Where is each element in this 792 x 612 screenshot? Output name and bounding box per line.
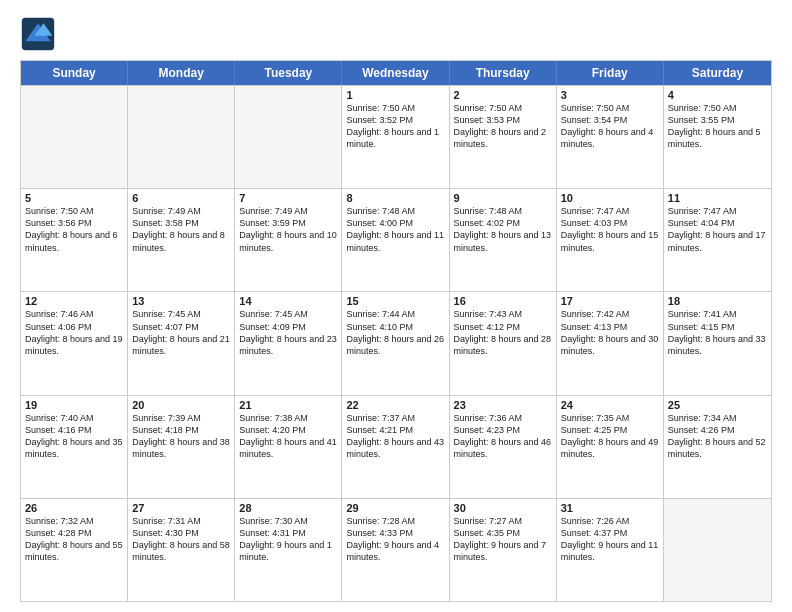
day-info: Sunrise: 7:50 AM Sunset: 3:54 PM Dayligh… — [561, 102, 659, 151]
day-info: Sunrise: 7:50 AM Sunset: 3:55 PM Dayligh… — [668, 102, 767, 151]
calendar-day-cell: 25Sunrise: 7:34 AM Sunset: 4:26 PM Dayli… — [664, 396, 771, 498]
calendar-empty-cell — [21, 86, 128, 188]
day-info: Sunrise: 7:44 AM Sunset: 4:10 PM Dayligh… — [346, 308, 444, 357]
day-info: Sunrise: 7:32 AM Sunset: 4:28 PM Dayligh… — [25, 515, 123, 564]
calendar-day-cell: 2Sunrise: 7:50 AM Sunset: 3:53 PM Daylig… — [450, 86, 557, 188]
day-info: Sunrise: 7:42 AM Sunset: 4:13 PM Dayligh… — [561, 308, 659, 357]
day-info: Sunrise: 7:28 AM Sunset: 4:33 PM Dayligh… — [346, 515, 444, 564]
calendar-week-row: 1Sunrise: 7:50 AM Sunset: 3:52 PM Daylig… — [21, 85, 771, 188]
calendar-day-cell: 19Sunrise: 7:40 AM Sunset: 4:16 PM Dayli… — [21, 396, 128, 498]
weekday-header: Tuesday — [235, 61, 342, 85]
calendar-day-cell: 3Sunrise: 7:50 AM Sunset: 3:54 PM Daylig… — [557, 86, 664, 188]
calendar-day-cell: 29Sunrise: 7:28 AM Sunset: 4:33 PM Dayli… — [342, 499, 449, 601]
day-number: 8 — [346, 192, 444, 204]
calendar-day-cell: 7Sunrise: 7:49 AM Sunset: 3:59 PM Daylig… — [235, 189, 342, 291]
weekday-header: Friday — [557, 61, 664, 85]
day-number: 25 — [668, 399, 767, 411]
calendar-week-row: 19Sunrise: 7:40 AM Sunset: 4:16 PM Dayli… — [21, 395, 771, 498]
day-info: Sunrise: 7:45 AM Sunset: 4:09 PM Dayligh… — [239, 308, 337, 357]
weekday-header: Saturday — [664, 61, 771, 85]
day-number: 23 — [454, 399, 552, 411]
calendar-day-cell: 15Sunrise: 7:44 AM Sunset: 4:10 PM Dayli… — [342, 292, 449, 394]
day-number: 15 — [346, 295, 444, 307]
weekday-header: Sunday — [21, 61, 128, 85]
day-number: 14 — [239, 295, 337, 307]
day-number: 13 — [132, 295, 230, 307]
day-info: Sunrise: 7:37 AM Sunset: 4:21 PM Dayligh… — [346, 412, 444, 461]
day-number: 27 — [132, 502, 230, 514]
day-number: 29 — [346, 502, 444, 514]
day-info: Sunrise: 7:47 AM Sunset: 4:03 PM Dayligh… — [561, 205, 659, 254]
day-number: 26 — [25, 502, 123, 514]
calendar-day-cell: 31Sunrise: 7:26 AM Sunset: 4:37 PM Dayli… — [557, 499, 664, 601]
day-info: Sunrise: 7:47 AM Sunset: 4:04 PM Dayligh… — [668, 205, 767, 254]
calendar-day-cell: 24Sunrise: 7:35 AM Sunset: 4:25 PM Dayli… — [557, 396, 664, 498]
day-info: Sunrise: 7:46 AM Sunset: 4:06 PM Dayligh… — [25, 308, 123, 357]
calendar-day-cell: 27Sunrise: 7:31 AM Sunset: 4:30 PM Dayli… — [128, 499, 235, 601]
calendar-body: 1Sunrise: 7:50 AM Sunset: 3:52 PM Daylig… — [21, 85, 771, 601]
calendar-week-row: 12Sunrise: 7:46 AM Sunset: 4:06 PM Dayli… — [21, 291, 771, 394]
day-info: Sunrise: 7:30 AM Sunset: 4:31 PM Dayligh… — [239, 515, 337, 564]
day-number: 7 — [239, 192, 337, 204]
calendar-day-cell: 5Sunrise: 7:50 AM Sunset: 3:56 PM Daylig… — [21, 189, 128, 291]
day-info: Sunrise: 7:26 AM Sunset: 4:37 PM Dayligh… — [561, 515, 659, 564]
day-number: 16 — [454, 295, 552, 307]
day-info: Sunrise: 7:36 AM Sunset: 4:23 PM Dayligh… — [454, 412, 552, 461]
calendar-header: SundayMondayTuesdayWednesdayThursdayFrid… — [21, 61, 771, 85]
page: SundayMondayTuesdayWednesdayThursdayFrid… — [0, 0, 792, 612]
calendar-day-cell: 8Sunrise: 7:48 AM Sunset: 4:00 PM Daylig… — [342, 189, 449, 291]
day-info: Sunrise: 7:34 AM Sunset: 4:26 PM Dayligh… — [668, 412, 767, 461]
day-number: 11 — [668, 192, 767, 204]
calendar-empty-cell — [664, 499, 771, 601]
calendar-day-cell: 4Sunrise: 7:50 AM Sunset: 3:55 PM Daylig… — [664, 86, 771, 188]
day-number: 31 — [561, 502, 659, 514]
day-number: 28 — [239, 502, 337, 514]
calendar-day-cell: 21Sunrise: 7:38 AM Sunset: 4:20 PM Dayli… — [235, 396, 342, 498]
day-info: Sunrise: 7:38 AM Sunset: 4:20 PM Dayligh… — [239, 412, 337, 461]
calendar-week-row: 5Sunrise: 7:50 AM Sunset: 3:56 PM Daylig… — [21, 188, 771, 291]
day-info: Sunrise: 7:48 AM Sunset: 4:02 PM Dayligh… — [454, 205, 552, 254]
day-number: 1 — [346, 89, 444, 101]
day-number: 24 — [561, 399, 659, 411]
logo — [20, 16, 60, 52]
calendar-day-cell: 17Sunrise: 7:42 AM Sunset: 4:13 PM Dayli… — [557, 292, 664, 394]
calendar-day-cell: 26Sunrise: 7:32 AM Sunset: 4:28 PM Dayli… — [21, 499, 128, 601]
day-number: 22 — [346, 399, 444, 411]
day-info: Sunrise: 7:50 AM Sunset: 3:53 PM Dayligh… — [454, 102, 552, 151]
day-info: Sunrise: 7:41 AM Sunset: 4:15 PM Dayligh… — [668, 308, 767, 357]
day-number: 21 — [239, 399, 337, 411]
weekday-header: Monday — [128, 61, 235, 85]
day-info: Sunrise: 7:31 AM Sunset: 4:30 PM Dayligh… — [132, 515, 230, 564]
day-number: 17 — [561, 295, 659, 307]
day-number: 9 — [454, 192, 552, 204]
calendar-day-cell: 20Sunrise: 7:39 AM Sunset: 4:18 PM Dayli… — [128, 396, 235, 498]
calendar-day-cell: 16Sunrise: 7:43 AM Sunset: 4:12 PM Dayli… — [450, 292, 557, 394]
day-number: 5 — [25, 192, 123, 204]
day-number: 30 — [454, 502, 552, 514]
calendar-day-cell: 13Sunrise: 7:45 AM Sunset: 4:07 PM Dayli… — [128, 292, 235, 394]
day-number: 20 — [132, 399, 230, 411]
day-number: 4 — [668, 89, 767, 101]
calendar-day-cell: 28Sunrise: 7:30 AM Sunset: 4:31 PM Dayli… — [235, 499, 342, 601]
calendar-day-cell: 18Sunrise: 7:41 AM Sunset: 4:15 PM Dayli… — [664, 292, 771, 394]
calendar-day-cell: 23Sunrise: 7:36 AM Sunset: 4:23 PM Dayli… — [450, 396, 557, 498]
calendar-day-cell: 12Sunrise: 7:46 AM Sunset: 4:06 PM Dayli… — [21, 292, 128, 394]
day-info: Sunrise: 7:50 AM Sunset: 3:56 PM Dayligh… — [25, 205, 123, 254]
logo-icon — [20, 16, 56, 52]
day-number: 19 — [25, 399, 123, 411]
weekday-header: Wednesday — [342, 61, 449, 85]
day-info: Sunrise: 7:49 AM Sunset: 3:59 PM Dayligh… — [239, 205, 337, 254]
day-info: Sunrise: 7:39 AM Sunset: 4:18 PM Dayligh… — [132, 412, 230, 461]
calendar-day-cell: 22Sunrise: 7:37 AM Sunset: 4:21 PM Dayli… — [342, 396, 449, 498]
calendar-empty-cell — [128, 86, 235, 188]
calendar-day-cell: 11Sunrise: 7:47 AM Sunset: 4:04 PM Dayli… — [664, 189, 771, 291]
day-number: 18 — [668, 295, 767, 307]
day-info: Sunrise: 7:43 AM Sunset: 4:12 PM Dayligh… — [454, 308, 552, 357]
calendar-day-cell: 1Sunrise: 7:50 AM Sunset: 3:52 PM Daylig… — [342, 86, 449, 188]
day-info: Sunrise: 7:35 AM Sunset: 4:25 PM Dayligh… — [561, 412, 659, 461]
day-info: Sunrise: 7:49 AM Sunset: 3:58 PM Dayligh… — [132, 205, 230, 254]
calendar-day-cell: 9Sunrise: 7:48 AM Sunset: 4:02 PM Daylig… — [450, 189, 557, 291]
day-info: Sunrise: 7:45 AM Sunset: 4:07 PM Dayligh… — [132, 308, 230, 357]
day-number: 12 — [25, 295, 123, 307]
day-number: 10 — [561, 192, 659, 204]
